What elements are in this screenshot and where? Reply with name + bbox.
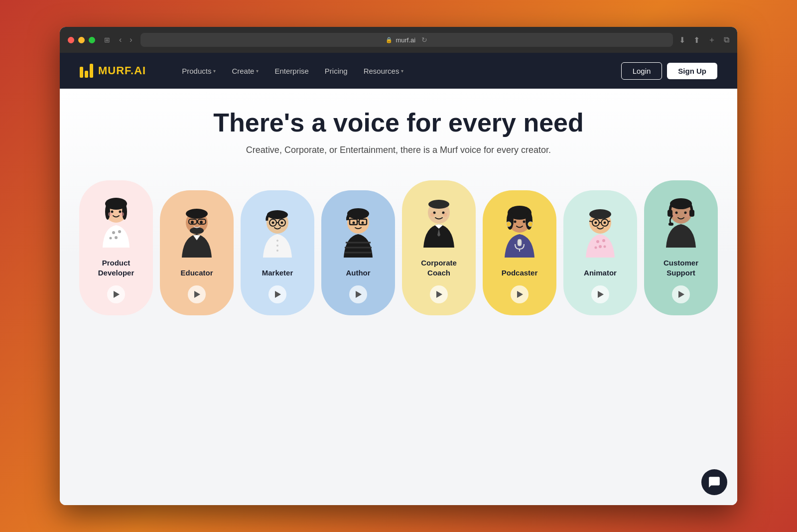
- svg-line-64: [608, 221, 610, 222]
- nav-resources[interactable]: Resources ▾: [358, 63, 410, 79]
- svg-point-27: [276, 240, 278, 242]
- nav-products[interactable]: Products ▾: [176, 63, 222, 79]
- persona-avatar: [250, 200, 305, 260]
- login-button[interactable]: Login: [621, 62, 663, 80]
- persona-card-product-developer[interactable]: Product Developer: [79, 180, 153, 315]
- svg-point-11: [110, 237, 112, 240]
- signup-button[interactable]: Sign Up: [667, 63, 717, 79]
- chevron-down-icon: ▾: [213, 68, 216, 74]
- persona-name-product-developer: Product Developer: [86, 258, 146, 277]
- svg-point-22: [272, 221, 274, 224]
- download-icon[interactable]: ⬇: [679, 35, 685, 45]
- svg-point-59: [604, 221, 606, 224]
- persona-card-marketer[interactable]: Marketer: [241, 190, 314, 316]
- persona-name-customer-support: Customer Support: [651, 258, 711, 277]
- minimize-button[interactable]: [78, 37, 85, 43]
- svg-point-32: [353, 221, 355, 224]
- persona-card-author[interactable]: Author: [321, 190, 395, 316]
- svg-point-48: [507, 212, 514, 230]
- logo-text: MURF.AI: [98, 64, 146, 77]
- play-icon: [194, 291, 200, 298]
- play-button-podcaster[interactable]: [511, 285, 529, 303]
- svg-point-49: [526, 212, 532, 230]
- play-icon: [356, 291, 362, 298]
- svg-point-33: [362, 221, 364, 224]
- svg-point-3: [122, 204, 127, 220]
- svg-rect-74: [668, 223, 673, 226]
- nav-create[interactable]: Create ▾: [226, 63, 265, 79]
- play-icon: [275, 291, 281, 298]
- play-button-product-developer[interactable]: [107, 285, 125, 303]
- svg-point-44: [430, 213, 434, 217]
- persona-card-customer-support[interactable]: Customer Support: [644, 180, 718, 315]
- persona-card-podcaster[interactable]: Podcaster: [483, 190, 556, 316]
- svg-point-41: [428, 200, 449, 209]
- play-button-corporate-coach[interactable]: [430, 285, 448, 303]
- chat-bubble-button[interactable]: [701, 469, 727, 495]
- svg-point-28: [276, 245, 278, 247]
- address-bar[interactable]: 🔒 murf.ai ↻: [140, 33, 673, 47]
- persona-avatar: [169, 200, 224, 260]
- chat-icon: [708, 476, 721, 489]
- svg-point-52: [514, 220, 517, 223]
- browser-controls: ⊞ ‹ ›: [101, 34, 134, 45]
- logo-bars-icon: [80, 64, 93, 78]
- nav-pricing[interactable]: Pricing: [319, 63, 354, 79]
- persona-card-corporate-coach[interactable]: Corporate Coach: [402, 180, 476, 315]
- sidebar-toggle-button[interactable]: ⊞: [101, 35, 113, 45]
- svg-point-68: [595, 246, 597, 249]
- svg-point-51: [528, 222, 533, 227]
- extensions-icon[interactable]: ⧉: [724, 35, 729, 44]
- close-button[interactable]: [68, 37, 74, 43]
- url-text: murf.ai: [396, 36, 415, 44]
- svg-point-50: [506, 222, 511, 227]
- back-button[interactable]: ‹: [117, 34, 124, 45]
- svg-point-77: [672, 213, 676, 217]
- svg-point-29: [276, 250, 278, 252]
- svg-point-21: [267, 210, 288, 219]
- persona-card-animator[interactable]: Animator: [563, 190, 637, 316]
- site-header: MURF.AI Products ▾ Create ▾ Enterprise P…: [60, 53, 737, 89]
- persona-name-marketer: Marketer: [262, 268, 293, 278]
- play-button-marketer[interactable]: [268, 285, 286, 303]
- svg-rect-73: [689, 210, 694, 217]
- play-button-author[interactable]: [349, 285, 367, 303]
- svg-point-13: [186, 209, 208, 219]
- browser-window: ⊞ ‹ › 🔒 murf.ai ↻ ⬇ ⬆ ＋ ⧉ MURF.AI: [60, 27, 737, 505]
- persona-name-educator: Educator: [180, 268, 213, 278]
- svg-point-65: [596, 240, 599, 243]
- maximize-button[interactable]: [89, 37, 95, 43]
- play-button-educator[interactable]: [188, 285, 206, 303]
- svg-line-63: [589, 221, 592, 222]
- site-nav: Products ▾ Create ▾ Enterprise Pricing R…: [176, 63, 621, 79]
- play-button-animator[interactable]: [591, 285, 609, 303]
- persona-avatar: [654, 190, 708, 250]
- svg-point-69: [604, 245, 606, 248]
- svg-point-6: [108, 212, 112, 216]
- svg-point-45: [443, 213, 447, 217]
- play-icon: [598, 291, 604, 298]
- svg-point-7: [120, 212, 124, 216]
- play-button-customer-support[interactable]: [672, 285, 690, 303]
- reload-icon[interactable]: ↻: [421, 36, 427, 44]
- forward-button[interactable]: ›: [128, 34, 134, 45]
- nav-enterprise[interactable]: Enterprise: [268, 63, 314, 79]
- main-content: There's a voice for every need Creative,…: [60, 89, 737, 505]
- hero-title: There's a voice for every need: [213, 109, 584, 137]
- browser-chrome: ⊞ ‹ › 🔒 murf.ai ↻ ⬇ ⬆ ＋ ⧉: [60, 27, 737, 53]
- persona-card-educator[interactable]: Educator: [160, 190, 234, 316]
- play-icon: [678, 291, 684, 298]
- chevron-down-icon: ▾: [256, 68, 259, 74]
- svg-point-16: [200, 221, 203, 224]
- lock-icon: 🔒: [386, 37, 393, 43]
- share-icon[interactable]: ⬆: [693, 35, 700, 45]
- svg-point-15: [191, 221, 194, 224]
- svg-point-53: [523, 220, 526, 223]
- play-icon: [436, 291, 442, 298]
- svg-point-10: [115, 236, 118, 239]
- new-tab-icon[interactable]: ＋: [708, 35, 716, 45]
- svg-point-58: [595, 221, 597, 224]
- persona-avatar: [573, 200, 628, 260]
- chevron-down-icon: ▾: [401, 68, 403, 74]
- logo[interactable]: MURF.AI: [80, 64, 146, 78]
